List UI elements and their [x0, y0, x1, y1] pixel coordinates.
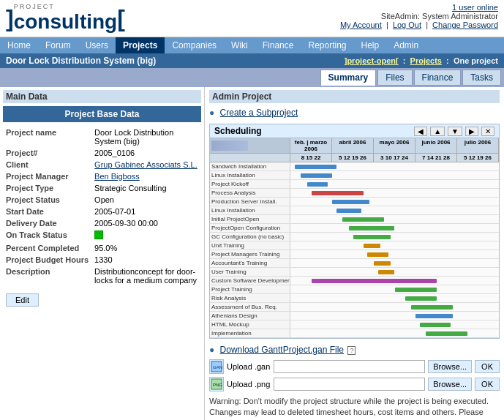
gantt-row-bars [290, 303, 499, 311]
gantt-date-1: 8 15 22 [290, 154, 332, 162]
upload-png-ok-button[interactable]: OK [475, 378, 500, 391]
upload-gan-browse-button[interactable]: Browse... [428, 360, 472, 373]
edit-button[interactable]: Edit [6, 293, 39, 307]
header: ] PROJECT consulting [ 1 user online Sit… [0, 0, 504, 37]
upload-gan-ok-button[interactable]: OK [475, 360, 500, 373]
field-value: Grup Gabinec Associats S.L. [91, 159, 201, 170]
project-open-link[interactable]: ]project-open[ [345, 56, 399, 65]
one-project-label: One project [454, 56, 498, 65]
field-label: Project Budget Hours [3, 254, 91, 266]
field-label: Percent Completed [3, 242, 91, 254]
field-value: Open [91, 194, 201, 206]
gantt-bar [364, 244, 380, 248]
field-budget-hours: Project Budget Hours 1330 [3, 254, 201, 266]
manager-link[interactable]: Ben Bigboss [94, 172, 140, 181]
nav-users[interactable]: Users [78, 37, 116, 53]
gantt-row: Project Managers Training [210, 250, 499, 259]
gantt-bar [301, 173, 332, 178]
gantt-row-label: Unit Training [210, 241, 290, 250]
field-label: Project Type [3, 182, 91, 194]
field-project-type: Project Type Strategic Consulting [3, 182, 201, 194]
gantt-row-bars [290, 259, 499, 267]
gantt-month-4: junio 2006 [415, 138, 457, 153]
gantt-row-bars [290, 162, 499, 170]
tab-finance[interactable]: Finance [414, 70, 462, 86]
right-bracket-icon: [ [117, 7, 125, 30]
nav-admin[interactable]: Admin [386, 37, 426, 53]
gantt-row-bars [290, 329, 499, 337]
gantt-row: HTML Mockup [210, 320, 499, 329]
download-gantt-link[interactable]: Download GanttProject.gan File [220, 345, 344, 355]
nav-companies[interactable]: Companies [165, 37, 224, 53]
gantt-row: Implementation [210, 329, 499, 338]
upload-png-browse-button[interactable]: Browse... [428, 378, 472, 391]
info-icon: ? [347, 346, 356, 355]
gantt-row: Project Training [210, 285, 499, 294]
admin-project-title: Admin Project [209, 90, 500, 103]
gantt-row-label: Linux Installation [210, 171, 290, 179]
field-project-status: Project Status Open [3, 194, 201, 206]
gantt-row-bars [290, 189, 499, 197]
gantt-row-label: Athenians Design [210, 312, 290, 320]
bullet-icon: ● [209, 108, 214, 118]
field-value: 95.0% [91, 242, 201, 254]
change-password-link[interactable]: Change Password [432, 20, 498, 29]
sch-up-btn[interactable]: ▲ [430, 127, 445, 136]
gantt-row: Sandwich Installation [210, 162, 499, 171]
right-panel: Admin Project ● Create a Subproject Sche… [205, 87, 504, 420]
projects-link[interactable]: Projects [410, 56, 442, 65]
field-label: Project Status [3, 194, 91, 206]
gantt-bar [312, 191, 364, 195]
main-data-title: Main Data [3, 90, 201, 103]
project-title-bar: Door Lock Distribution System (big) ]pro… [0, 53, 504, 68]
nav-projects[interactable]: Projects [116, 37, 165, 53]
my-account-link[interactable]: My Account [340, 20, 382, 29]
field-description: Description Distributionconcept for door… [3, 266, 201, 286]
gantt-bar [307, 182, 328, 187]
nav-finance[interactable]: Finance [255, 37, 301, 53]
sch-down-btn[interactable]: ▼ [448, 127, 462, 136]
online-users-link[interactable]: 1 user online [452, 3, 498, 12]
field-label: Start Date [3, 206, 91, 217]
gantt-month-3: mayo 2006 [374, 138, 415, 153]
gantt-row-bars [290, 268, 499, 276]
field-value: 2005-09-30 00:00 [91, 217, 201, 229]
gan-file-icon: GAN [211, 361, 222, 372]
gantt-date-2: 5 12 19 26 [332, 154, 374, 162]
sch-next-btn[interactable]: ▶ [465, 127, 478, 136]
gantt-row-label: Project Managers Training [210, 250, 290, 258]
logo-text: consulting [14, 10, 118, 34]
gantt-dates-header: 8 15 22 5 12 19 26 3 10 17 24 7 14 21 28… [210, 154, 499, 162]
gantt-row-label: Linux Installation [210, 206, 290, 214]
sch-prev-btn[interactable]: ◀ [414, 127, 427, 136]
gantt-bar [336, 209, 361, 213]
create-subproject-link[interactable]: Create a Subproject [220, 108, 298, 118]
nav-home[interactable]: Home [0, 37, 38, 53]
gantt-header: feb. | marzo 2006 abril 2006 mayo 2006 j… [210, 138, 499, 154]
gantt-row-label: Project Kickoff [210, 180, 290, 188]
tab-tasks[interactable]: Tasks [462, 70, 501, 86]
nav-help[interactable]: Help [354, 37, 387, 53]
field-value [91, 229, 201, 242]
field-value: 2005_0106 [91, 147, 201, 159]
field-value: Ben Bigboss [91, 170, 201, 182]
tab-summary[interactable]: Summary [320, 70, 377, 86]
project-label: PROJECT [14, 3, 55, 10]
gantt-row-bars [290, 320, 499, 329]
logout-link[interactable]: Log Out [393, 20, 421, 29]
nav-wiki[interactable]: Wiki [224, 37, 255, 53]
gantt-row-bars [290, 198, 499, 206]
nav-reporting[interactable]: Reporting [301, 37, 353, 53]
gantt-bar [405, 296, 437, 301]
upload-png-input[interactable] [274, 378, 425, 391]
gantt-row-bars [290, 277, 499, 285]
gantt-bar [349, 226, 395, 230]
client-link[interactable]: Grup Gabinec Associats S.L. [94, 160, 198, 169]
gantt-bar [420, 323, 451, 327]
field-value: Door Lock Distribution System (big) [91, 127, 201, 147]
nav-forum[interactable]: Forum [38, 37, 78, 53]
gantt-month-1: feb. | marzo 2006 [290, 138, 332, 153]
tab-files[interactable]: Files [377, 70, 412, 86]
upload-gan-input[interactable] [274, 360, 425, 373]
sch-close-btn[interactable]: ✕ [481, 127, 494, 136]
